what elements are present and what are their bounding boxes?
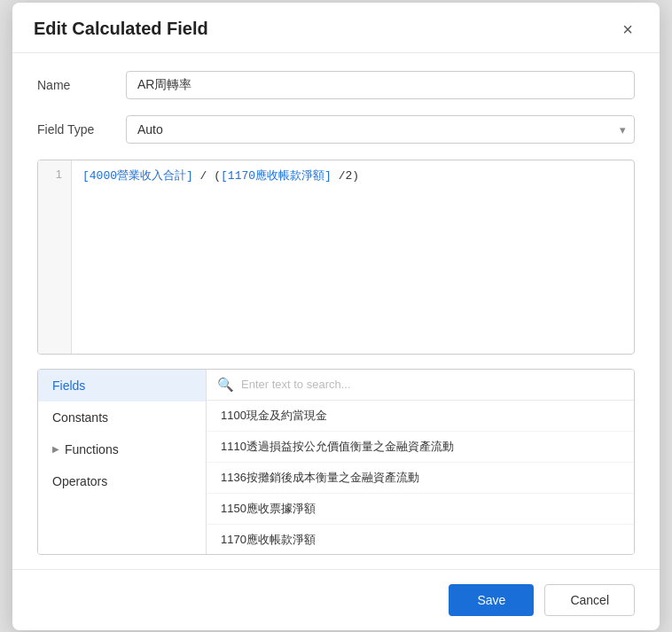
chevron-right-icon: ▶	[52, 444, 59, 454]
field-type-row: Field Type Auto Number String Date Boole…	[37, 115, 635, 144]
list-item[interactable]: 1136按攤銷後成本衡量之金融資產流動	[207, 463, 634, 494]
name-input[interactable]	[126, 71, 635, 99]
edit-calculated-field-dialog: Edit Calculated Field × Name Field Type …	[12, 3, 660, 630]
list-item[interactable]: 1150應收票據淨額	[207, 494, 634, 525]
fields-label: Fields	[52, 378, 85, 393]
search-box: 🔍	[207, 370, 634, 401]
close-button[interactable]: ×	[617, 19, 638, 40]
search-icon: 🔍	[217, 377, 234, 393]
functions-label: Functions	[65, 442, 119, 456]
formula-line-numbers: 1	[38, 160, 72, 354]
cancel-button[interactable]: Cancel	[544, 584, 635, 616]
formula-field-4000: [4000營業收入合計]	[82, 169, 193, 183]
dialog-header: Edit Calculated Field ×	[12, 3, 660, 53]
list-item[interactable]: 1100現金及約當現金	[207, 401, 634, 432]
formula-content[interactable]: [4000營業收入合計] / ([1170應收帳款淨額] /2)	[72, 160, 634, 354]
sidebar-item-constants[interactable]: Constants	[38, 402, 206, 433]
field-list: 1100現金及約當現金 1110透過損益按公允價值衡量之金融資產流動 1136按…	[207, 401, 634, 554]
name-row: Name	[37, 71, 635, 99]
field-type-select-wrap: Auto Number String Date Boolean ▾	[126, 115, 635, 144]
dialog-title: Edit Calculated Field	[34, 19, 208, 39]
dialog-footer: Save Cancel	[12, 569, 660, 630]
name-label: Name	[37, 78, 126, 92]
left-panel: Fields Constants ▶ Functions Operators	[38, 370, 207, 554]
constants-label: Constants	[52, 410, 108, 425]
save-button[interactable]: Save	[449, 584, 534, 616]
formula-editor[interactable]: 1 [4000營業收入合計] / ([1170應收帳款淨額] /2)	[37, 160, 635, 355]
formula-field-1170: [1170應收帳款淨額]	[221, 169, 332, 183]
field-type-select[interactable]: Auto Number String Date Boolean	[126, 115, 635, 144]
list-item[interactable]: 1170應收帳款淨額	[207, 525, 634, 554]
search-input[interactable]	[241, 378, 623, 391]
sidebar-item-fields[interactable]: Fields	[38, 370, 206, 402]
sidebar-item-functions[interactable]: ▶ Functions	[38, 433, 206, 465]
operators-label: Operators	[52, 474, 107, 488]
bottom-panel: Fields Constants ▶ Functions Operators 🔍	[37, 369, 635, 555]
dialog-body: Name Field Type Auto Number String Date …	[12, 53, 660, 555]
list-item[interactable]: 1110透過損益按公允價值衡量之金融資產流動	[207, 432, 634, 463]
field-type-label: Field Type	[37, 122, 126, 137]
sidebar-item-operators[interactable]: Operators	[38, 465, 206, 497]
right-panel: 🔍 1100現金及約當現金 1110透過損益按公允價值衡量之金融資產流動 113…	[207, 370, 634, 554]
